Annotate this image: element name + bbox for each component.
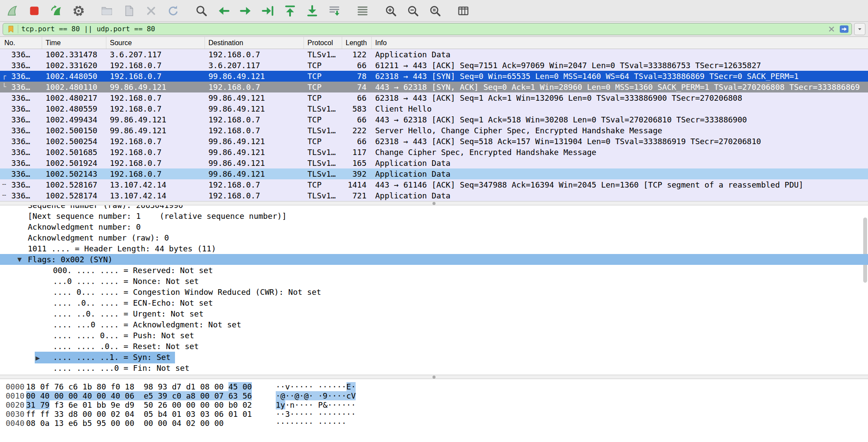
detail-text: [Next sequence number: 1 (relative seque… <box>28 211 287 221</box>
go-last-packet-button[interactable] <box>304 3 321 19</box>
go-back-button[interactable] <box>215 3 232 19</box>
column-header-length[interactable]: Length <box>342 37 372 49</box>
packet-row[interactable]: 336…1002.501685192.168.0.799.86.49.121TL… <box>0 147 868 158</box>
packet-row[interactable]: 336…1002.501924192.168.0.799.86.49.121TL… <box>0 158 868 168</box>
packet-cell-destination: 99.86.49.121 <box>205 168 304 179</box>
detail-line[interactable]: .... .0.. .... = ECN-Echo: Not set <box>0 297 868 308</box>
ascii-segment: ··3····· ········ <box>276 409 356 419</box>
packet-row[interactable]: 336…1002.331620192.168.0.73.6.207.117TCP… <box>0 60 868 71</box>
start-capture-button[interactable] <box>3 3 21 19</box>
detail-line[interactable]: Sequence number (raw): 2663041990 <box>0 205 868 211</box>
packet-details-pane: Sequence number (raw): 2663041990[Next s… <box>0 205 868 375</box>
detail-line[interactable]: Acknowledgment number (raw): 0 <box>0 232 868 243</box>
packet-cell-info: Application Data <box>372 49 868 60</box>
detail-line[interactable]: ▼Flags: 0x002 (SYN) <box>0 254 868 265</box>
packet-cell-info: Client Hello <box>372 103 868 114</box>
zoom-in-button[interactable] <box>382 3 399 19</box>
packet-cell-info: 62318 → 443 [ACK] Seq=518 Ack=157 Win=13… <box>372 136 868 147</box>
pane-splitter-bottom[interactable] <box>0 375 868 379</box>
hex-row[interactable]: 0030ff ff 33 d8 00 00 02 04 05 b4 01 03 … <box>0 409 868 419</box>
restart-capture-button[interactable] <box>48 3 65 19</box>
packet-cell-time: 1002.448050 <box>42 71 106 82</box>
zoom-reset-icon <box>429 4 442 17</box>
arrow-right-icon <box>239 4 252 17</box>
packet-row[interactable]: ╌336…1002.52816713.107.42.14192.168.0.7T… <box>0 179 868 190</box>
detail-line[interactable]: .... .... 0... = Push: Not set <box>0 330 868 341</box>
detail-text: 000. .... .... = Reserved: Not set <box>53 266 213 275</box>
resize-columns-button[interactable] <box>455 3 472 19</box>
filter-apply-icon[interactable] <box>839 24 849 34</box>
expander-down-icon[interactable]: ▼ <box>17 254 22 265</box>
detail-line[interactable]: .... ..0. .... = Urgent: Not set <box>0 308 868 319</box>
packet-row[interactable]: ┌336…1002.448050192.168.0.799.86.49.121T… <box>0 71 868 82</box>
stop-capture-button[interactable] <box>26 3 43 19</box>
reload-file-button[interactable] <box>165 3 182 19</box>
zoom-out-button[interactable] <box>404 3 422 19</box>
save-file-button[interactable] <box>120 3 138 19</box>
hex-row[interactable]: 002031 79 f3 6e 01 bb 9e d9 50 26 00 00 … <box>0 400 868 409</box>
packet-row[interactable]: ╌336…1002.52817413.107.42.14192.168.0.7T… <box>0 190 868 201</box>
packet-row[interactable]: 336…1002.50015099.86.49.121192.168.0.7TL… <box>0 125 868 136</box>
detail-line[interactable]: .... 0... .... = Congestion Window Reduc… <box>0 287 868 297</box>
packet-row[interactable]: 336…1002.49943499.86.49.121192.168.0.7TC… <box>0 114 868 125</box>
hex-row[interactable]: 001000 40 00 00 40 00 40 06 e5 39 c0 a8 … <box>0 391 868 400</box>
packet-cell-destination: 192.168.0.7 <box>205 125 304 136</box>
filter-bookmark-icon[interactable] <box>7 25 15 33</box>
packet-row[interactable]: └336…1002.48011099.86.49.121192.168.0.7T… <box>0 82 868 92</box>
detail-line[interactable]: [Next sequence number: 1 (relative seque… <box>0 211 868 221</box>
packet-cell-source: 192.168.0.7 <box>106 158 205 168</box>
open-file-button[interactable] <box>98 3 116 19</box>
colorize-icon <box>356 4 369 17</box>
packet-row[interactable]: 336…1002.480559192.168.0.799.86.49.121TL… <box>0 103 868 114</box>
column-header-info[interactable]: Info <box>372 37 868 49</box>
packet-cell-protocol: TCP <box>304 114 342 125</box>
hex-offset: 0020 <box>0 400 26 409</box>
column-header-destination[interactable]: Destination <box>205 37 304 49</box>
column-header-protocol[interactable]: Protocol <box>304 37 342 49</box>
detail-line[interactable]: 000. .... .... = Reserved: Not set <box>0 265 868 276</box>
close-file-button[interactable] <box>142 3 160 19</box>
hex-bytes: 18 0f 76 c6 1b 80 f0 18 98 93 d7 d1 08 0… <box>26 382 276 391</box>
find-packet-button[interactable] <box>193 3 210 19</box>
zoom-reset-button[interactable] <box>426 3 444 19</box>
filter-clear-icon[interactable] <box>827 24 836 34</box>
hex-row[interactable]: 004008 0a 13 e6 b5 95 00 00 00 00 04 02 … <box>0 419 868 428</box>
go-first-packet-button[interactable] <box>281 3 299 19</box>
go-forward-button[interactable] <box>237 3 254 19</box>
packet-row[interactable]: 336…1002.3314783.6.207.117192.168.0.7TLS… <box>0 49 868 60</box>
packet-row[interactable]: 336…1002.502143192.168.0.799.86.49.121TL… <box>0 168 868 179</box>
reload-icon <box>167 4 180 17</box>
detail-line[interactable]: ▶.... .... ..1. = Syn: Set <box>0 352 868 363</box>
packet-row[interactable]: 336…1002.480217192.168.0.799.86.49.121TC… <box>0 92 868 103</box>
packet-cell-destination: 99.86.49.121 <box>205 158 304 168</box>
detail-line[interactable]: .... ...0 .... = Acknowledgment: Not set <box>0 319 868 330</box>
column-header-source[interactable]: Source <box>106 37 205 49</box>
capture-options-button[interactable] <box>70 3 87 19</box>
pane-splitter-top[interactable] <box>0 201 868 205</box>
colorize-packets-button[interactable] <box>354 3 371 19</box>
expander-right-icon[interactable]: ▶ <box>35 353 53 363</box>
display-filter-input[interactable]: tcp.port == 80 || udp.port == 80 <box>21 23 824 35</box>
packet-cell-protocol: TLSv1… <box>304 49 342 60</box>
detail-text: .... .0.. .... = ECN-Echo: Not set <box>53 298 213 307</box>
packet-cell-source: 192.168.0.7 <box>106 92 205 103</box>
go-to-packet-button[interactable] <box>259 3 277 19</box>
packet-cell-length: 1414 <box>342 179 372 190</box>
detail-line[interactable]: 1011 .... = Header Length: 44 bytes (11) <box>0 243 868 254</box>
auto-scroll-button[interactable] <box>326 3 343 19</box>
filter-dropdown-button[interactable] <box>854 23 865 35</box>
detail-line[interactable]: .... .... .0.. = Reset: Not set <box>0 341 868 352</box>
detail-line[interactable]: .... .... ...0 = Fin: Not set <box>0 363 868 373</box>
packet-row[interactable]: 336…1002.500254192.168.0.799.86.49.121TC… <box>0 136 868 147</box>
display-filter-field[interactable]: tcp.port == 80 || udp.port == 80 <box>3 23 852 35</box>
hex-row[interactable]: 000018 0f 76 c6 1b 80 f0 18 98 93 d7 d1 … <box>0 382 868 391</box>
packet-cell-destination: 99.86.49.121 <box>205 147 304 158</box>
column-header-no[interactable]: No. <box>0 37 42 49</box>
detail-line[interactable]: ...0 .... .... = Nonce: Not set <box>0 276 868 287</box>
packet-cell-destination: 99.86.49.121 <box>205 71 304 82</box>
column-header-time[interactable]: Time <box>42 37 106 49</box>
detail-line[interactable]: Acknowledgment number: 0 <box>0 221 868 232</box>
related-packet-mark: ╌ <box>2 179 10 190</box>
packet-cell-time: 1002.500150 <box>42 125 106 136</box>
detail-text: ...0 .... .... = Nonce: Not set <box>53 277 199 286</box>
